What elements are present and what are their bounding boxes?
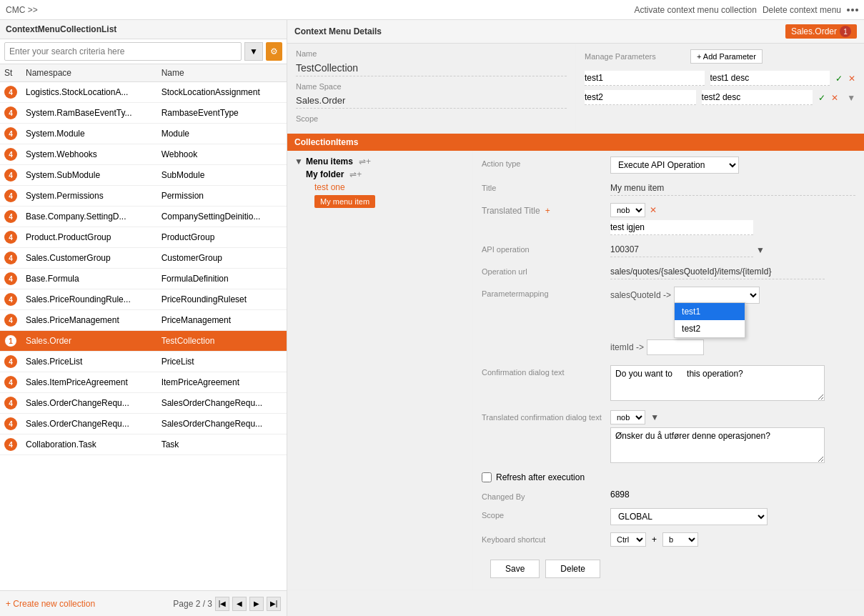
test-one-label[interactable]: test one <box>314 182 345 192</box>
menu-items-add-icon[interactable]: ⇌+ <box>359 157 371 167</box>
table-row[interactable]: 4System.WebhooksWebhook <box>0 144 287 165</box>
search-dropdown-btn[interactable]: ▼ <box>244 42 263 61</box>
api-operation-dropdown-icon[interactable]: ▼ <box>756 245 765 255</box>
collection-items-header: CollectionItems <box>287 134 864 151</box>
param-mapping-row: Parametermapping salesQuoteId -> <box>482 287 855 358</box>
delete-button[interactable]: Delete <box>545 560 600 578</box>
param-delete-icon-1[interactable]: ✕ <box>848 74 855 84</box>
action-type-select[interactable]: Execute API Operation <box>610 157 739 174</box>
name-label: Name <box>296 49 396 58</box>
activate-context-menu-btn[interactable]: Activate context menu collection <box>635 5 757 15</box>
table-row[interactable]: 4System.RamBaseEventTy...RambaseEventTyp… <box>0 103 287 124</box>
confirmation-textarea[interactable]: Do you want to this operation? <box>610 365 825 401</box>
scope-select[interactable]: GLOBAL <box>610 508 768 525</box>
namespace-cell: System.RamBaseEventTy... <box>21 103 157 124</box>
param-map-input-2[interactable] <box>647 339 704 355</box>
table-row[interactable]: 4Sales.CustomerGroupCustomerGroup <box>0 248 287 269</box>
search-input[interactable] <box>4 42 242 61</box>
left-panel-title: ContextMenuCollectionList <box>0 20 287 39</box>
page-prev-btn[interactable]: ◀ <box>232 597 247 611</box>
my-menu-item-btn[interactable]: My menu item <box>314 195 375 208</box>
page-first-btn[interactable]: |◀ <box>215 597 229 611</box>
param-delete-icon-2[interactable]: ✕ <box>831 93 838 103</box>
more-options-btn[interactable] <box>847 9 858 11</box>
create-collection-btn[interactable]: + Create new collection <box>6 599 95 609</box>
param-check-icon-2[interactable]: ✓ <box>818 93 825 103</box>
translated-title-input[interactable] <box>610 220 753 235</box>
name-value: TestCollection <box>296 62 567 74</box>
namespace-cell: Sales.CustomerGroup <box>21 248 157 269</box>
my-menu-item-row: My menu item <box>314 195 465 208</box>
search-settings-btn[interactable]: ⚙ <box>266 42 282 61</box>
name-cell: CompanySettingDeinitio... <box>157 207 287 227</box>
translated-title-add-icon[interactable]: + <box>545 206 550 216</box>
param-desc-input-1[interactable] <box>710 71 830 86</box>
refresh-checkbox[interactable] <box>482 472 492 482</box>
page-next-btn[interactable]: ▶ <box>249 597 264 611</box>
title-input[interactable] <box>610 181 855 196</box>
namespace-cell: Sales.ItemPriceAgreement <box>21 372 157 393</box>
add-parameter-btn[interactable]: + Add Parameter <box>690 49 763 64</box>
name-cell: ProductGroup <box>157 227 287 248</box>
name-cell: SalesOrderChangeRequ... <box>157 414 287 434</box>
table-row[interactable]: 4Collaboration.TaskTask <box>0 434 287 455</box>
scope-label: Scope <box>296 114 396 123</box>
action-buttons: Save Delete <box>482 554 855 584</box>
status-badge: 4 <box>4 231 17 244</box>
translated-title-remove-icon[interactable]: ✕ <box>650 205 657 215</box>
collection-table: St Namespace Name 4Logistics.StockLocati… <box>0 64 287 590</box>
name-cell: Permission <box>157 186 287 207</box>
keyboard-ctrl-select[interactable]: Ctrl <box>610 532 646 547</box>
param-mapping-values: salesQuoteId -> test1 test2 <box>610 287 855 358</box>
table-row[interactable]: 4Base.Company.SettingD...CompanySettingD… <box>0 207 287 227</box>
title-value <box>610 181 855 196</box>
dropdown-item-test2[interactable]: test2 <box>675 320 745 337</box>
table-row[interactable]: 4Logistics.StockLocationA...StockLocatio… <box>0 82 287 103</box>
table-row[interactable]: 4Sales.PriceListPriceList <box>0 352 287 372</box>
my-folder-row: My folder ⇌+ <box>306 169 465 179</box>
table-row[interactable]: 4Sales.PriceManagementPriceManagement <box>0 310 287 331</box>
table-row[interactable]: 4System.PermissionsPermission <box>0 186 287 207</box>
my-folder-add-icon[interactable]: ⇌+ <box>349 169 362 179</box>
table-row[interactable]: 4Sales.OrderChangeRequ...SalesOrderChang… <box>0 414 287 434</box>
translated-title-lang-select[interactable]: nob <box>610 203 645 217</box>
api-operation-input[interactable] <box>610 242 753 257</box>
param-check-icon-1[interactable]: ✓ <box>835 74 843 84</box>
keyboard-shortcut-value: Ctrl + b <box>610 532 855 547</box>
namespace-cell: System.Module <box>21 124 157 144</box>
right-scroll-area: Name TestCollection Name Space Sales.Ord… <box>287 44 864 616</box>
dropdown-item-test1[interactable]: test1 <box>675 303 745 320</box>
param-mapping-label: Parametermapping <box>482 287 610 298</box>
table-row[interactable]: 4Product.ProductGroupProductGroup <box>0 227 287 248</box>
api-operation-label: API operation <box>482 242 610 254</box>
my-folder-label: My folder <box>306 169 344 179</box>
param-name-input-2[interactable] <box>585 90 696 105</box>
name-cell: CustomerGroup <box>157 248 287 269</box>
table-row[interactable]: 4System.ModuleModule <box>0 124 287 144</box>
save-button[interactable]: Save <box>490 560 540 578</box>
operation-url-input[interactable] <box>610 264 825 279</box>
page-last-btn[interactable]: ▶| <box>267 597 281 611</box>
param-desc-input-2[interactable] <box>702 90 813 105</box>
param-map-select-1[interactable] <box>674 287 760 304</box>
table-row[interactable]: 4Sales.OrderChangeRequ...SalesOrderChang… <box>0 393 287 414</box>
refresh-row: Refresh after execution <box>482 472 855 482</box>
table-row[interactable]: 4Base.FormulaFormulaDefinition <box>0 269 287 289</box>
table-row[interactable]: 4Sales.PriceRoundingRule...PriceRounding… <box>0 289 287 310</box>
scroll-down-icon[interactable]: ▼ <box>847 93 855 103</box>
delete-context-menu-btn[interactable]: Delete context menu <box>763 5 841 15</box>
table-row[interactable]: 4Sales.ItemPriceAgreementItemPriceAgreem… <box>0 372 287 393</box>
translated-conf-textarea[interactable]: Ønsker du å utfører denne operasjonen? <box>610 427 825 463</box>
name-cell: RambaseEventType <box>157 103 287 124</box>
menu-items-label: Menu items <box>306 157 353 167</box>
name-cell: FormulaDefinition <box>157 269 287 289</box>
api-operation-row: API operation ▼ <box>482 242 855 257</box>
expand-icon[interactable]: ▼ <box>294 157 303 167</box>
col-header-st: St <box>0 64 21 82</box>
keyboard-key-select[interactable]: b <box>662 532 698 547</box>
translated-conf-lang-select[interactable]: nob <box>610 410 645 424</box>
table-row[interactable]: 1Sales.OrderTestCollection <box>0 331 287 352</box>
param-name-input-1[interactable] <box>585 71 705 86</box>
table-row[interactable]: 4System.SubModuleSubModule <box>0 165 287 186</box>
operation-url-label: Operation url <box>482 264 610 276</box>
